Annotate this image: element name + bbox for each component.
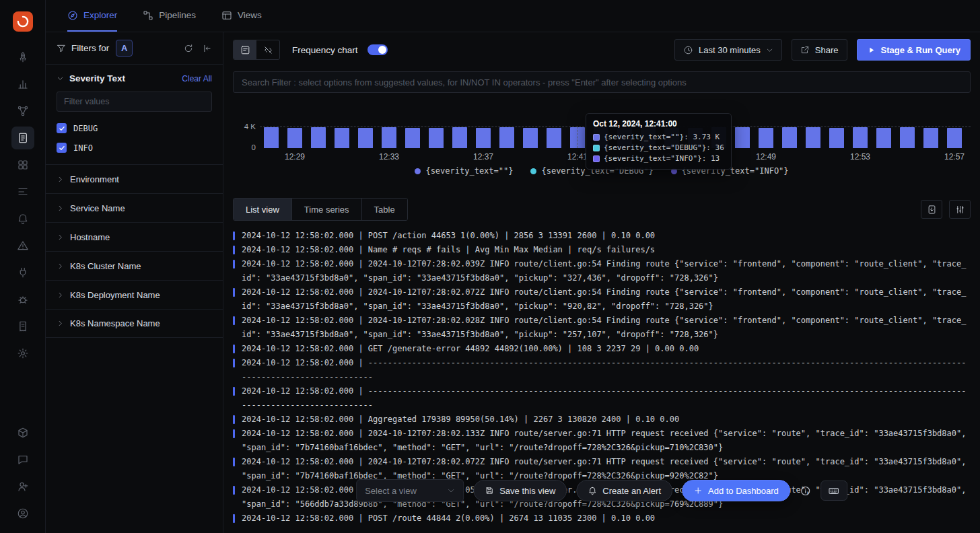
- collapse-panel-icon[interactable]: [203, 44, 212, 53]
- chart-bar[interactable]: [853, 127, 868, 148]
- legend-item[interactable]: {severity_text=""}: [415, 166, 513, 176]
- nav-tab-views[interactable]: Views: [221, 0, 262, 32]
- log-row[interactable]: 2024-10-12 12:58:02.000 | 2024-10-12T07:…: [233, 314, 971, 342]
- checkbox-checked[interactable]: [57, 143, 67, 153]
- log-row[interactable]: 2024-10-12 12:58:02.000 | 2024-10-12T07:…: [233, 257, 971, 285]
- nav-tab-explorer[interactable]: Explorer: [67, 0, 117, 32]
- rail-item-support-icon[interactable]: [11, 421, 34, 444]
- services-icon: [17, 105, 29, 117]
- view-tab-list-view[interactable]: List view: [234, 199, 292, 220]
- refresh-icon[interactable]: [184, 44, 193, 53]
- result-view-tabs: List viewTime seriesTable: [233, 198, 408, 221]
- chart-bar[interactable]: [547, 128, 561, 148]
- chart-bar[interactable]: [358, 128, 373, 148]
- chart-bar[interactable]: [523, 128, 538, 148]
- checkbox-checked[interactable]: [57, 123, 67, 133]
- severity-option-info[interactable]: INFO: [57, 138, 212, 157]
- log-row[interactable]: 2024-10-12 12:58:02.000 | Name # reqs # …: [233, 243, 971, 257]
- rail-item-pipelines-icon[interactable]: [11, 180, 34, 203]
- chart-bar[interactable]: [405, 128, 420, 148]
- create-alert-button[interactable]: Create an Alert: [576, 480, 672, 501]
- chart-bar[interactable]: [264, 127, 279, 148]
- frequency-chart-toggle[interactable]: [368, 44, 388, 55]
- save-view-button[interactable]: Save this view: [473, 480, 567, 501]
- log-row[interactable]: 2024-10-12 12:58:02.000 | 2024-10-12T07:…: [233, 427, 971, 455]
- signoz-logo[interactable]: [13, 11, 33, 32]
- filter-section-k8s-deployment-name[interactable]: K8s Deployment Name: [46, 280, 223, 309]
- rail-item-integrations-icon[interactable]: [11, 261, 34, 284]
- chart-bar[interactable]: [499, 127, 514, 148]
- filter-section-service-name[interactable]: Service Name: [46, 193, 223, 222]
- shortcuts-button[interactable]: [820, 481, 847, 501]
- log-row[interactable]: 2024-10-12 12:58:02.000 | POST /route 44…: [233, 511, 971, 526]
- rail-item-alerts-icon[interactable]: [11, 207, 34, 230]
- nav-tab-pipelines[interactable]: Pipelines: [143, 0, 196, 32]
- chart-bar[interactable]: [735, 127, 750, 148]
- chart-bar[interactable]: [782, 127, 797, 148]
- pipelines-icon: [17, 186, 29, 198]
- workflow-icon: [143, 10, 153, 21]
- chart-bar[interactable]: [452, 127, 467, 148]
- tooltip-series-swatch: [593, 134, 600, 141]
- chart-bar[interactable]: [900, 127, 915, 148]
- rail-item-services-icon[interactable]: [11, 100, 34, 122]
- chart-bar[interactable]: [829, 128, 844, 148]
- chart-bar[interactable]: [335, 128, 349, 148]
- rail-item-settings-icon[interactable]: [11, 342, 34, 365]
- add-to-dashboard-button[interactable]: Add to Dashboard: [682, 480, 790, 501]
- chart-bar[interactable]: [759, 128, 773, 148]
- chevron-right-icon: [57, 234, 64, 241]
- chart-bar[interactable]: [806, 127, 820, 148]
- stage-run-query-button[interactable]: Stage & Run Query: [857, 39, 971, 61]
- log-row[interactable]: 2024-10-12 12:58:02.000 | --------------…: [233, 384, 971, 413]
- filter-section-environment[interactable]: Environment: [46, 164, 223, 193]
- rail-item-rocket-icon[interactable]: [11, 46, 34, 69]
- view-tab-table[interactable]: Table: [362, 199, 407, 220]
- x-axis-tick: 12:49: [751, 152, 781, 162]
- format-options-button[interactable]: [949, 200, 971, 219]
- query-builder-toggle[interactable]: [234, 40, 256, 59]
- chart-tooltip: Oct 12, 2024, 12:41:00 {severity_text=""…: [586, 113, 732, 170]
- chart-bar[interactable]: [287, 128, 302, 148]
- select-view-placeholder: Select a view: [365, 486, 417, 496]
- select-view-dropdown[interactable]: Select a view: [356, 479, 464, 502]
- clear-all-link[interactable]: Clear All: [182, 74, 212, 83]
- chart-bar[interactable]: [429, 128, 444, 148]
- filter-values-input[interactable]: [57, 92, 212, 112]
- share-button[interactable]: Share: [792, 39, 847, 61]
- filter-section-k8s-namespace-name[interactable]: K8s Namespace Name: [46, 309, 223, 338]
- rail-item-chat-icon[interactable]: [11, 448, 34, 471]
- time-range-select[interactable]: Last 30 minutes: [674, 39, 782, 61]
- rail-item-account-icon[interactable]: [11, 502, 34, 525]
- rail-item-dashboards-icon[interactable]: [11, 153, 34, 176]
- rail-item-exceptions-icon[interactable]: [11, 234, 34, 257]
- export-button[interactable]: [921, 200, 942, 219]
- rail-item-invite-user-icon[interactable]: [11, 475, 34, 498]
- query-badge[interactable]: A: [116, 40, 133, 57]
- log-row[interactable]: 2024-10-12 12:58:02.000 | 2024-10-12T07:…: [233, 285, 971, 314]
- rail-item-billing-icon[interactable]: [11, 315, 34, 338]
- log-row[interactable]: 2024-10-12 12:58:02.000 | --------------…: [233, 356, 971, 384]
- filter-section-hostname[interactable]: Hostname: [46, 222, 223, 251]
- view-tab-time-series[interactable]: Time series: [292, 199, 362, 220]
- log-row[interactable]: 2024-10-12 12:58:02.000 | POST /action 4…: [233, 229, 971, 243]
- severity-option-debug[interactable]: DEBUG: [57, 118, 212, 138]
- log-text: 2024-10-12 12:58:02.000 | 2024-10-12T07:…: [242, 427, 971, 455]
- rail-item-logs-icon[interactable]: [11, 127, 34, 149]
- account-icon: [17, 507, 29, 520]
- chart-bar[interactable]: [382, 127, 396, 148]
- chart-bar[interactable]: [476, 128, 491, 148]
- search-filter-input[interactable]: [233, 71, 971, 93]
- info-icon[interactable]: [800, 485, 811, 497]
- chart-bar[interactable]: [947, 128, 962, 148]
- chart-bar[interactable]: [311, 127, 326, 148]
- log-row[interactable]: 2024-10-12 12:58:02.000 | Aggregated 179…: [233, 413, 971, 427]
- chevron-down-icon[interactable]: [57, 75, 64, 82]
- rail-item-bar-chart-icon[interactable]: [11, 73, 34, 96]
- filter-section-k8s-cluster-name[interactable]: K8s Cluster Name: [46, 251, 223, 280]
- raw-query-toggle[interactable]: [256, 40, 279, 59]
- chart-bar[interactable]: [923, 128, 938, 148]
- rail-item-bug-icon[interactable]: [11, 288, 34, 311]
- log-row[interactable]: 2024-10-12 12:58:02.000 | GET /generate-…: [233, 342, 971, 356]
- chart-bar[interactable]: [876, 128, 891, 148]
